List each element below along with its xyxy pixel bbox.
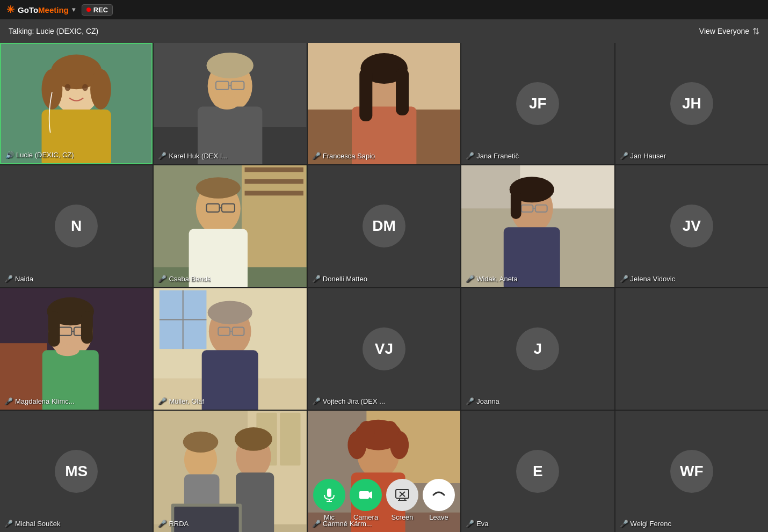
mic-muted-icon: 🎤 xyxy=(620,520,628,528)
participant-name-csaba: 🎤 Csaba Bende xyxy=(158,275,211,283)
avatar-eva: E xyxy=(516,450,559,493)
speaker-icon: 🔊 xyxy=(5,151,14,159)
svg-rect-54 xyxy=(48,311,60,347)
participant-cell-jana[interactable]: JF 🎤 Jana Franetič xyxy=(461,43,614,164)
name-text: Widak, Aneta xyxy=(476,275,518,283)
avatar-joanna: J xyxy=(516,327,559,370)
video-muller xyxy=(154,288,306,410)
view-everyone-label: View Everyone xyxy=(699,27,749,35)
svg-point-6 xyxy=(65,84,71,91)
participant-cell-widak[interactable]: 🎤 Widak, Aneta xyxy=(461,165,614,287)
participant-name-jan: 🎤 Jan Hauser xyxy=(620,152,666,160)
name-text: Joanna xyxy=(476,397,499,405)
mic-button[interactable]: Mic xyxy=(313,479,345,521)
participant-cell-jan[interactable]: JH 🎤 Jan Hauser xyxy=(615,43,768,164)
svg-point-67 xyxy=(208,301,252,324)
logo-goto: GoToMeeting xyxy=(18,5,69,14)
mic-muted-icon: 🎤 xyxy=(466,275,474,283)
svg-rect-94 xyxy=(359,491,369,499)
logo-chevron-icon[interactable]: ▾ xyxy=(72,6,75,13)
svg-point-90 xyxy=(382,421,399,442)
participant-name-jana: 🎤 Jana Franetič xyxy=(466,152,519,160)
initials-jelena: JV xyxy=(683,217,701,235)
svg-rect-55 xyxy=(81,311,93,344)
video-francesca xyxy=(308,43,460,164)
leave-icon-button[interactable] xyxy=(423,479,455,511)
name-text: RRDA xyxy=(169,520,189,528)
leave-button[interactable]: Leave xyxy=(423,479,455,521)
svg-point-4 xyxy=(41,69,62,109)
name-text: Donelli Matteo xyxy=(323,275,367,283)
svg-rect-22 xyxy=(359,68,372,121)
participant-cell-eva[interactable]: E 🎤 Eva xyxy=(461,411,614,532)
participant-name-eva: 🎤 Eva xyxy=(466,520,488,528)
talking-label: Talking: Lucie (DEXIC, CZ) xyxy=(9,27,98,35)
video-grid: 🔊 Lucie (DEXIC, CZ) 🎤 xyxy=(0,43,768,532)
camera-button[interactable]: Camera xyxy=(350,479,382,521)
logo[interactable]: ✳ GoToMeeting ▾ xyxy=(6,4,75,16)
participant-cell-lucie[interactable]: 🔊 Lucie (DEXIC, CZ) xyxy=(0,43,153,164)
leave-label: Leave xyxy=(429,513,448,521)
participant-name-donelli: 🎤 Donelli Matteo xyxy=(312,275,367,283)
initials-joanna: J xyxy=(534,340,542,358)
participant-cell-weigl[interactable]: WF 🎤 Weigl Ferenc xyxy=(615,411,768,532)
name-text: Michal Souček xyxy=(15,520,61,528)
participant-cell-naida[interactable]: N 🎤 Naida xyxy=(0,165,153,287)
participant-name-widak: 🎤 Widak, Aneta xyxy=(466,275,518,283)
mic-icon-button[interactable] xyxy=(313,479,345,511)
svg-point-78 xyxy=(235,427,272,451)
initials-jana: JF xyxy=(529,95,547,112)
name-text: Naida xyxy=(15,275,33,283)
video-csaba xyxy=(154,165,306,287)
participant-name-weigl: 🎤 Weigl Ferenc xyxy=(620,520,671,528)
mic-muted-icon: 🎤 xyxy=(158,275,166,283)
participant-name-francesca: 🎤 Francesca Sapio xyxy=(312,152,375,160)
rec-label: REC xyxy=(93,6,108,14)
svg-rect-91 xyxy=(327,489,331,497)
avatar-naida: N xyxy=(55,205,98,247)
rec-badge[interactable]: REC xyxy=(82,4,113,16)
participant-cell-karel[interactable]: 🎤 Karel Huk (DEX I... xyxy=(154,43,306,164)
participant-cell-jelena[interactable]: JV 🎤 Jelena Vidovic xyxy=(615,165,768,287)
mic-muted-icon: 🎤 xyxy=(4,397,13,405)
participant-name-joanna: 🎤 Joanna xyxy=(466,397,499,405)
svg-rect-63 xyxy=(202,350,258,410)
logo-star-icon: ✳ xyxy=(6,4,15,16)
participant-name-muller: 🎤 Müller, Olaf xyxy=(158,397,204,405)
svg-point-89 xyxy=(358,421,375,442)
mic-muted-icon: 🎤 xyxy=(620,275,628,283)
video-magdalena xyxy=(0,288,153,410)
participant-cell-joanna[interactable]: J 🎤 Joanna xyxy=(461,288,614,410)
video-lucie xyxy=(1,44,151,163)
svg-marker-95 xyxy=(369,491,372,499)
participant-name-magdalena: 🎤 Magdalena Klimc... xyxy=(4,397,75,405)
participant-cell-rrda[interactable]: 🎤 RRDA xyxy=(154,411,306,532)
mic-muted-icon: 🎤 xyxy=(4,275,13,283)
initials-michal: MS xyxy=(65,463,88,480)
mic-on-icon: 🎤 xyxy=(158,152,166,160)
camera-icon-button[interactable] xyxy=(350,479,382,511)
participant-cell-donelli[interactable]: DM 🎤 Donelli Matteo xyxy=(308,165,460,287)
name-text: Jelena Vidovic xyxy=(631,275,676,283)
svg-point-56 xyxy=(56,344,79,356)
rec-dot-icon xyxy=(86,8,91,12)
avatar-jelena: JV xyxy=(670,205,713,247)
mic-muted-icon: 🎤 xyxy=(312,152,321,160)
mic-muted-icon: 🎤 xyxy=(312,397,321,405)
participant-cell-francesca[interactable]: 🎤 Francesca Sapio xyxy=(308,43,460,164)
screen-button[interactable]: Screen xyxy=(386,479,418,521)
participant-cell-muller[interactable]: 🎤 Müller, Olaf xyxy=(154,288,306,410)
mic-muted-icon: 🎤 xyxy=(158,397,166,405)
participant-cell-csaba[interactable]: 🎤 Csaba Bende xyxy=(154,165,306,287)
avatar-vojtech: VJ xyxy=(363,327,405,370)
top-bar: ✳ GoToMeeting ▾ REC xyxy=(0,0,768,19)
mic-muted-icon: 🎤 xyxy=(466,152,474,160)
view-everyone-button[interactable]: View Everyone ⇅ xyxy=(699,26,759,37)
participant-cell-vojtech[interactable]: VJ 🎤 Vojtech Jira (DEX ... xyxy=(308,288,460,410)
svg-rect-27 xyxy=(245,167,303,172)
participant-cell-michal[interactable]: MS 🎤 Michal Souček xyxy=(0,411,153,532)
screen-icon-button[interactable] xyxy=(386,479,418,511)
participant-cell-magdalena[interactable]: 🎤 Magdalena Klimc... xyxy=(0,288,153,410)
participant-name-vojtech: 🎤 Vojtech Jira (DEX ... xyxy=(312,397,385,405)
svg-rect-23 xyxy=(396,68,409,115)
